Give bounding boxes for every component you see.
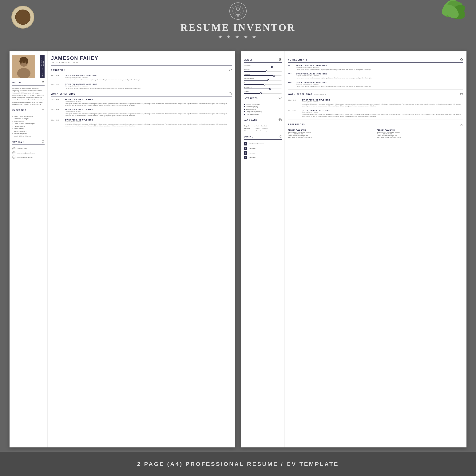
skill-dot [264, 84, 265, 85]
language-list: English:(Native Speaker)Spanish:(Fluent … [244, 125, 282, 132]
skill-name: Dreamweaver [244, 82, 282, 84]
skill-name: Illustrator [244, 69, 282, 71]
expertise-section-header: EXPERTISE [12, 108, 45, 113]
work-cont-content: ENTER YOUR JOB TITLE HERE Company Name |… [302, 99, 463, 107]
interest-item: Computer Programming [244, 110, 282, 113]
references-list: PERSON FULL NAME Your Job Title | Compan… [288, 129, 463, 138]
contact-website: ⊕ www.websiteexample.com [12, 155, 45, 159]
work-title-text: ENTER YOUR JOB TITLE HERE [65, 119, 232, 121]
expertise-item: •Quality Control [12, 120, 45, 122]
reference-item: PERSON FULL NAME Your Job Title | Compan… [288, 129, 374, 138]
reference-item: PERSON FULL NAME Your Job Title | Compan… [377, 129, 463, 138]
expertise-item: •Report Writing [12, 127, 45, 130]
work-item: 2012 - 2015 ENTER YOUR JOB TITLE HERE Co… [51, 119, 232, 127]
ref-jobtitle: Your Job Title | Company or Institute [288, 131, 374, 133]
ref-email: Email : your.mail@example.com [377, 135, 463, 136]
skill-bar [244, 93, 282, 94]
svg-point-18 [21, 62, 23, 63]
education-section-header: EDUCATION [51, 68, 232, 73]
bullet-icon: • [12, 133, 13, 135]
skill-bar [244, 84, 282, 85]
phone-icon: ☏ [12, 147, 16, 150]
svg-point-29 [279, 59, 281, 60]
skill-fill [244, 67, 272, 68]
instagram-icon: ig [244, 151, 247, 155]
achievement-title: ENTER YOUR AWARD NAME HERE [296, 73, 372, 75]
social-title: SOCIAL [244, 136, 253, 138]
interest-dot [244, 114, 245, 115]
achievement-title: ENTER YOUR AWARD NAME HERE [296, 65, 372, 67]
achievement-company: Company / Institute Name | Address [296, 75, 372, 77]
achievements-list: 2012 ENTER YOUR AWARD NAME HERE Company … [288, 65, 463, 87]
language-section-header: LANGUAGE [244, 118, 282, 123]
brand-title: RESUME INVENTOR [181, 22, 296, 33]
brand-stars: ★ ★ ★ ★ ★ [218, 34, 258, 40]
profile-text: Lorem ipsum dolor sit amet, consectetur … [12, 87, 45, 106]
work-date: 2012 - 2015 [51, 119, 62, 127]
expertise-item: •Computer Languages [12, 118, 45, 120]
banner-text: 2 PAGE (A4) PROFESSIONAL RESUME / CV TEM… [137, 461, 339, 467]
edu-title: ENTER YOUR DEGREE NAME HERE [65, 83, 140, 85]
work-cont-desc: Lorem ipsum dolor sit amet, consectetur … [302, 103, 463, 107]
bullet-icon: • [12, 120, 13, 122]
skill-item: After Effects [244, 86, 282, 89]
skill-dot [260, 92, 262, 94]
contact-section-header: CONTACT [12, 140, 45, 145]
achievement-content: ENTER YOUR AWARD NAME HERE Company / Ins… [296, 65, 372, 71]
expertise-item: •Mobile & Cloud Solutions [12, 135, 45, 137]
achievements-section-header: ACHIEVEMENTS [288, 58, 463, 63]
references-section-header: REFERENCES [288, 123, 463, 127]
work-continued-item: 2012 - 2015 ENTER YOUR JOB TITLE HERE Co… [288, 99, 463, 107]
skill-name: After Effects [244, 86, 282, 88]
banner-divider-left [133, 460, 133, 468]
svg-rect-21 [42, 109, 44, 109]
linkedin-icon: in [244, 142, 247, 145]
work-continued-list: 2012 - 2015 ENTER YOUR JOB TITLE HERE Co… [288, 99, 463, 117]
ref-name: PERSON FULL NAME [288, 129, 374, 131]
work-title-text: ENTER YOUR JOB TITLE HERE [65, 99, 232, 101]
svg-point-33 [280, 135, 281, 136]
skills-list: Photoshop Illustrator InDesign Microfost… [244, 65, 282, 94]
interest-dot [244, 104, 245, 105]
profile-section-header: PROFILE [12, 81, 45, 85]
education-list: 2012 - 2015 ENTER YOUR DEGREE NAME HERE … [51, 75, 232, 89]
page2-left-column: SKILLS Photoshop Illustrator InDesign Mi… [241, 51, 285, 447]
svg-text:Modern Resume Design: Modern Resume Design [232, 7, 244, 8]
expertise-list: •Global Project Management•Computer Lang… [12, 115, 45, 137]
work-company: Company Name | Address [65, 101, 232, 102]
email-icon: ✉ [12, 151, 16, 154]
svg-rect-23 [42, 111, 44, 111]
expertise-item: •Object-oriented Methodologies [12, 122, 45, 125]
achievements-icon [460, 58, 463, 62]
achievement-desc: * Lorem ipsum dolor sit amet, consectetu… [296, 77, 372, 79]
interest-dot [244, 106, 245, 107]
work-continued-title: WORK EXPERIENCE [288, 93, 313, 95]
bullet-icon: • [12, 123, 13, 124]
achievement-year: 2012 [288, 65, 294, 71]
expertise-icon [41, 108, 45, 112]
edu-date: 2012 - 2015 [51, 83, 62, 89]
edu-content: ENTER YOUR DEGREE NAME HERE University /… [65, 75, 140, 81]
svg-marker-26 [229, 69, 232, 70]
svg-line-36 [280, 137, 280, 137]
bullet-icon: • [12, 130, 13, 132]
svg-point-19 [25, 62, 26, 63]
social-section-header: SOCIAL [244, 135, 282, 139]
skill-bar [244, 88, 282, 89]
language-icon [279, 118, 282, 122]
social-username: username [249, 152, 255, 154]
ref-jobtitle: Your Job Title | Company or Institute [377, 131, 463, 133]
expertise-title: EXPERTISE [12, 109, 26, 111]
facebook-icon: f [244, 147, 247, 150]
profile-icon [41, 81, 45, 85]
candidate-job-title: FRONT END DEVELOPER [51, 62, 232, 64]
work-continued-item: 2012 - 2015 ENTER YOUR JOB TITLE HERE Co… [288, 109, 463, 117]
work-cont-content: ENTER YOUR JOB TITLE HERE Company Name |… [302, 109, 463, 117]
skill-name: Photoshop [244, 65, 282, 66]
skill-item: Photoshop [244, 65, 282, 68]
social-username: username [249, 148, 255, 149]
svg-line-35 [280, 136, 280, 136]
work-cont-company: Company Name | Address [302, 111, 463, 113]
social-list: in linkedin.com/youname f username ig us… [244, 141, 282, 160]
svg-rect-27 [229, 93, 231, 95]
